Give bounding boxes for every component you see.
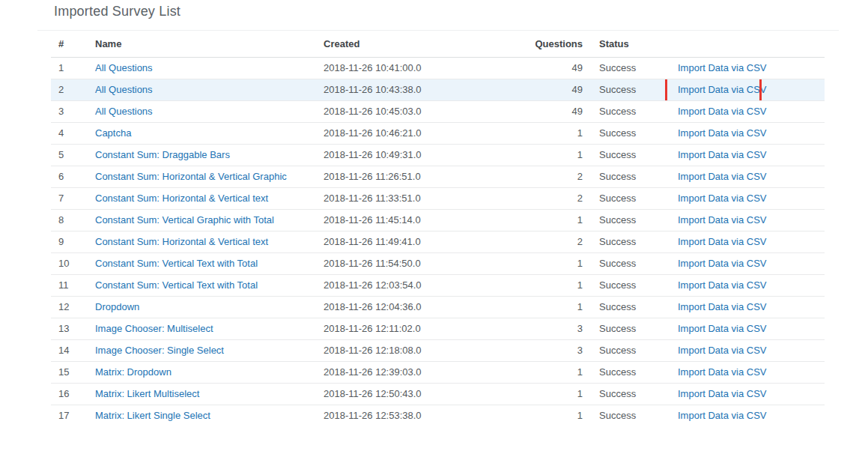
table-row: 7 Constant Sum: Horizontal & Vertical te… bbox=[51, 187, 825, 209]
import-action-cell: Import Data via CSV bbox=[665, 79, 825, 100]
survey-name-link[interactable]: Constant Sum: Horizontal & Vertical text bbox=[95, 193, 268, 204]
table-row: 16 Matrix: Likert Multiselect 2018-11-26… bbox=[51, 383, 825, 405]
questions-count: 49 bbox=[503, 57, 583, 79]
import-data-csv-link[interactable]: Import Data via CSV bbox=[678, 410, 767, 421]
survey-name-link[interactable]: Matrix: Likert Single Select bbox=[95, 410, 210, 421]
table-row: 9 Constant Sum: Horizontal & Vertical te… bbox=[51, 231, 825, 252]
survey-name-link[interactable]: Image Chooser: Single Select bbox=[95, 345, 224, 356]
import-data-csv-link[interactable]: Import Data via CSV bbox=[678, 236, 767, 247]
survey-name-link[interactable]: All Questions bbox=[95, 62, 153, 73]
survey-name-link[interactable]: Matrix: Dropdown bbox=[95, 366, 172, 378]
table-row: 4 Captcha 2018-11-26 10:46:21.0 1 Succes… bbox=[51, 122, 825, 144]
created-timestamp: 2018-11-26 12:18:08.0 bbox=[316, 339, 503, 361]
questions-count: 1 bbox=[503, 252, 583, 274]
column-header-status: Status bbox=[583, 31, 665, 57]
import-data-csv-link[interactable]: Import Data via CSV bbox=[678, 258, 767, 269]
survey-name-link[interactable]: Dropdown bbox=[95, 301, 139, 312]
survey-name-link[interactable]: Constant Sum: Vertical Text with Total bbox=[95, 258, 258, 269]
import-action-cell: Import Data via CSV bbox=[665, 383, 825, 405]
created-timestamp: 2018-11-26 11:33:51.0 bbox=[316, 187, 503, 209]
status-text: Success bbox=[583, 296, 665, 318]
table-row: 17 Matrix: Likert Single Select 2018-11-… bbox=[51, 405, 825, 426]
row-number: 14 bbox=[51, 339, 88, 361]
table-row: 6 Constant Sum: Horizontal & Vertical Gr… bbox=[51, 166, 825, 187]
status-text: Success bbox=[583, 318, 665, 339]
created-timestamp: 2018-11-26 12:03:54.0 bbox=[316, 274, 503, 296]
column-header-name: Name bbox=[88, 31, 316, 57]
status-text: Success bbox=[583, 231, 665, 252]
row-number: 4 bbox=[51, 122, 88, 144]
import-data-csv-link[interactable]: Import Data via CSV bbox=[678, 193, 767, 204]
table-row: 12 Dropdown 2018-11-26 12:04:36.0 1 Succ… bbox=[51, 296, 825, 318]
survey-name-cell: Image Chooser: Single Select bbox=[88, 339, 316, 361]
created-timestamp: 2018-11-26 12:53:38.0 bbox=[316, 405, 503, 426]
import-data-csv-link[interactable]: Import Data via CSV bbox=[678, 279, 767, 291]
survey-name-link[interactable]: Constant Sum: Horizontal & Vertical text bbox=[95, 236, 268, 247]
created-timestamp: 2018-11-26 10:45:03.0 bbox=[316, 100, 503, 122]
table-row: 11 Constant Sum: Vertical Text with Tota… bbox=[51, 274, 825, 296]
status-text: Success bbox=[583, 79, 665, 100]
survey-name-link[interactable]: All Questions bbox=[95, 106, 153, 117]
import-data-csv-link[interactable]: Import Data via CSV bbox=[678, 127, 767, 139]
import-data-csv-link[interactable]: Import Data via CSV bbox=[678, 214, 767, 226]
survey-name-link[interactable]: Captcha bbox=[95, 127, 131, 139]
import-action-cell: Import Data via CSV bbox=[665, 339, 825, 361]
questions-count: 49 bbox=[503, 100, 583, 122]
status-text: Success bbox=[583, 339, 665, 361]
import-data-csv-link[interactable]: Import Data via CSV bbox=[678, 366, 767, 378]
row-number: 17 bbox=[51, 405, 88, 426]
status-text: Success bbox=[583, 187, 665, 209]
import-action-cell: Import Data via CSV bbox=[665, 187, 825, 209]
status-text: Success bbox=[583, 274, 665, 296]
survey-name-link[interactable]: Matrix: Likert Multiselect bbox=[95, 388, 199, 399]
import-action-cell: Import Data via CSV bbox=[665, 296, 825, 318]
survey-name-link[interactable]: Constant Sum: Vertical Graphic with Tota… bbox=[95, 214, 274, 226]
survey-name-cell: All Questions bbox=[88, 57, 316, 79]
survey-name-cell: Constant Sum: Vertical Text with Total bbox=[88, 274, 316, 296]
row-number: 3 bbox=[51, 100, 88, 122]
survey-name-cell: Constant Sum: Horizontal & Vertical Grap… bbox=[88, 166, 316, 187]
import-data-csv-link[interactable]: Import Data via CSV bbox=[678, 149, 767, 160]
import-data-csv-link[interactable]: Import Data via CSV bbox=[678, 345, 767, 356]
questions-count: 1 bbox=[503, 383, 583, 405]
survey-name-link[interactable]: All Questions bbox=[95, 84, 153, 95]
row-number: 2 bbox=[51, 79, 88, 100]
table-row: 5 Constant Sum: Draggable Bars 2018-11-2… bbox=[51, 144, 825, 166]
survey-name-link[interactable]: Constant Sum: Vertical Text with Total bbox=[95, 279, 258, 291]
import-action-cell: Import Data via CSV bbox=[665, 252, 825, 274]
questions-count: 1 bbox=[503, 122, 583, 144]
column-header-created: Created bbox=[316, 31, 503, 57]
survey-name-link[interactable]: Image Chooser: Multiselect bbox=[95, 323, 213, 334]
import-data-csv-link[interactable]: Import Data via CSV bbox=[678, 388, 767, 399]
created-timestamp: 2018-11-26 12:39:03.0 bbox=[316, 361, 503, 383]
table-header: # Name Created Questions Status bbox=[51, 31, 825, 57]
survey-name-link[interactable]: Constant Sum: Draggable Bars bbox=[95, 149, 230, 160]
status-text: Success bbox=[583, 166, 665, 187]
import-action-cell: Import Data via CSV bbox=[665, 122, 825, 144]
survey-list-panel: # Name Created Questions Status 1 All Qu… bbox=[37, 30, 839, 426]
import-action-cell: Import Data via CSV bbox=[665, 166, 825, 187]
import-action-cell: Import Data via CSV bbox=[665, 274, 825, 296]
table-row: 10 Constant Sum: Vertical Text with Tota… bbox=[51, 252, 825, 274]
table-row: 15 Matrix: Dropdown 2018-11-26 12:39:03.… bbox=[51, 361, 825, 383]
created-timestamp: 2018-11-26 12:04:36.0 bbox=[316, 296, 503, 318]
import-data-csv-link[interactable]: Import Data via CSV bbox=[678, 171, 767, 182]
survey-name-cell: Constant Sum: Horizontal & Vertical text bbox=[88, 187, 316, 209]
page-title: Imported Survey List bbox=[54, 4, 180, 19]
survey-name-cell: Dropdown bbox=[88, 296, 316, 318]
import-data-csv-link[interactable]: Import Data via CSV bbox=[678, 84, 767, 95]
column-header-number: # bbox=[51, 31, 88, 57]
row-number: 12 bbox=[51, 296, 88, 318]
import-data-csv-link[interactable]: Import Data via CSV bbox=[678, 62, 767, 73]
import-action-cell: Import Data via CSV bbox=[665, 57, 825, 79]
import-data-csv-link[interactable]: Import Data via CSV bbox=[678, 106, 767, 117]
import-data-csv-link[interactable]: Import Data via CSV bbox=[678, 323, 767, 334]
questions-count: 2 bbox=[503, 166, 583, 187]
created-timestamp: 2018-11-26 11:26:51.0 bbox=[316, 166, 503, 187]
import-data-csv-link[interactable]: Import Data via CSV bbox=[678, 301, 767, 312]
status-text: Success bbox=[583, 405, 665, 426]
created-timestamp: 2018-11-26 11:49:41.0 bbox=[316, 231, 503, 252]
created-timestamp: 2018-11-26 10:49:31.0 bbox=[316, 144, 503, 166]
questions-count: 1 bbox=[503, 144, 583, 166]
survey-name-link[interactable]: Constant Sum: Horizontal & Vertical Grap… bbox=[95, 171, 287, 182]
